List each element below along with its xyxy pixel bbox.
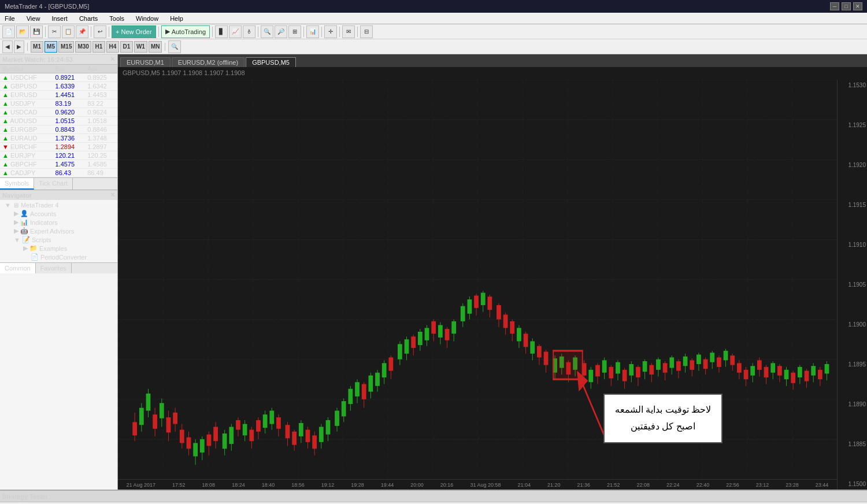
period-m1[interactable]: M1 <box>31 41 43 53</box>
search-icon[interactable]: 🔍 <box>168 40 181 53</box>
new-order-button[interactable]: + New Order <box>112 25 156 38</box>
menu-charts[interactable]: Charts <box>77 14 100 23</box>
zoom-in-button[interactable]: 🔍 <box>261 25 273 38</box>
minimize-button[interactable]: ─ <box>830 2 839 10</box>
direction-icon: ▼ <box>2 143 9 150</box>
period-h4[interactable]: H4 <box>106 41 119 53</box>
navigator: Navigator ✕ ▼ 🖥 MetaTrader 4 ▶ 👤 Account… <box>0 190 117 490</box>
mw-tab-symbols[interactable]: Symbols <box>0 178 34 190</box>
market-watch-row[interactable]: ▲ EURUSD 1.4451 1.4453 <box>0 91 117 99</box>
svg-rect-56 <box>286 425 290 438</box>
svg-rect-76 <box>355 382 360 396</box>
bar-chart-button[interactable]: ▊ <box>215 25 228 38</box>
chart-canvas: GBPUSD,M5 1.1907 1.1908 1.1907 1.1908 <box>118 67 867 490</box>
new-button[interactable]: 📄 <box>2 25 15 38</box>
nav-expert-advisors[interactable]: ▶ 🤖 Expert Advisors <box>9 227 117 235</box>
email-button[interactable]: ✉ <box>342 25 355 38</box>
maximize-button[interactable]: □ <box>842 2 851 10</box>
period-mn[interactable]: MN <box>149 41 162 53</box>
nav-close-icon[interactable]: ✕ <box>110 191 115 199</box>
mw-bid: 1.2894 <box>53 143 86 151</box>
svg-rect-144 <box>595 365 600 377</box>
nav-scripts-label: Scripts <box>32 236 51 243</box>
nav-period-converter[interactable]: 📄 PeriodConverter <box>18 253 117 261</box>
nav-back[interactable]: ◀ <box>2 40 13 53</box>
market-watch-row[interactable]: ▲ CADJPY 86.43 86.49 <box>0 169 117 177</box>
market-watch-row[interactable]: ▲ GBPUSD 1.6339 1.6342 <box>0 82 117 91</box>
terminal-button[interactable]: ⊟ <box>360 25 373 38</box>
copy-button[interactable]: 📋 <box>62 25 75 38</box>
market-watch-row[interactable]: ▲ EURJPY 120.21 120.25 <box>0 151 117 160</box>
nav-scripts-children: ▶ 📁 Examples 📄 PeriodConverter <box>9 244 117 261</box>
market-watch-row[interactable]: ▲ USDJPY 83.19 83.22 <box>0 99 117 108</box>
titlebar: MetaTrader 4 - [GBPUSD,M5] ─ □ ✕ <box>0 0 867 13</box>
svg-rect-64 <box>312 435 317 449</box>
period-m5[interactable]: M5 <box>45 41 57 53</box>
market-watch-row[interactable]: ▲ EURAUD 1.3736 1.3748 <box>0 134 117 143</box>
col-symbol: Symbol <box>0 65 53 73</box>
nav-tab-common[interactable]: Common <box>0 263 36 273</box>
period-h1[interactable]: H1 <box>92 41 105 53</box>
y-label-4: 1.1915 <box>839 202 866 208</box>
mw-tab-tick[interactable]: Tick Chart <box>34 178 73 190</box>
market-watch-row[interactable]: ▼ EURCHF 1.2894 1.2897 <box>0 143 117 151</box>
menu-help[interactable]: Help <box>168 14 186 23</box>
menu-file[interactable]: File <box>2 14 17 23</box>
svg-rect-20 <box>160 403 164 418</box>
nav-root[interactable]: ▼ 🖥 MetaTrader 4 <box>0 201 117 209</box>
svg-rect-162 <box>656 360 661 370</box>
svg-rect-60 <box>299 423 303 436</box>
nav-examples[interactable]: ▶ 📁 Examples <box>18 244 117 253</box>
svg-rect-122 <box>517 328 521 341</box>
market-watch-row[interactable]: ▲ GBPCHF 1.4575 1.4585 <box>0 160 117 169</box>
save-button[interactable]: 💾 <box>30 25 43 38</box>
left-panel: Market Watch: 16:24:53 ✕ Symbol Bid Ask … <box>0 54 118 490</box>
mw-bid: 1.4575 <box>53 160 86 169</box>
svg-rect-92 <box>411 336 416 348</box>
menu-view[interactable]: View <box>24 14 43 23</box>
nav-scripts-expand-icon: ▼ <box>14 236 20 243</box>
zoom-out-button[interactable]: 🔎 <box>275 25 287 38</box>
autotrading-label: AutoTrading <box>172 28 206 35</box>
grid-button[interactable]: ⊞ <box>288 25 301 38</box>
candle-chart-button[interactable]: 🕯 <box>243 25 255 38</box>
menu-tools[interactable]: Tools <box>107 14 127 23</box>
line-chart-button[interactable]: 📈 <box>229 25 242 38</box>
period-d1[interactable]: D1 <box>120 41 133 53</box>
market-watch-row[interactable]: ▲ AUDUSD 1.0515 1.0518 <box>0 117 117 125</box>
crosshair-button[interactable]: ✛ <box>324 25 337 38</box>
period-m30[interactable]: M30 <box>75 41 91 53</box>
direction-icon: ▲ <box>2 74 9 81</box>
market-watch-row[interactable]: ▲ EURGBP 0.8843 0.8846 <box>0 125 117 134</box>
cut-button[interactable]: ✂ <box>48 25 61 38</box>
nav-tab-favorites[interactable]: Favorites <box>36 263 72 273</box>
paste-button[interactable]: 📌 <box>76 25 88 38</box>
menu-insert[interactable]: Insert <box>49 14 70 23</box>
market-watch-row[interactable]: ▲ USDCHF 0.8921 0.8925 <box>0 73 117 82</box>
chart-tab-gbpusd-m5[interactable]: GBPUSD,M5 <box>246 57 296 67</box>
menu-window[interactable]: Window <box>134 14 161 23</box>
mw-close-icon[interactable]: ✕ <box>110 55 115 63</box>
nav-fwd[interactable]: ▶ <box>14 40 24 53</box>
svg-rect-104 <box>451 321 456 333</box>
indicators-button[interactable]: 📊 <box>306 25 319 38</box>
nav-examples-expand-icon: ▶ <box>23 244 28 252</box>
chart-tab-eurusd-m2[interactable]: EURUSD,M2 (offline) <box>172 57 244 67</box>
period-m15[interactable]: M15 <box>58 41 74 53</box>
x-label-20: 22:56 <box>726 482 739 488</box>
market-watch-row[interactable]: ▲ USDCAD 0.9620 0.9624 <box>0 108 117 117</box>
undo-button[interactable]: ↩ <box>94 25 106 38</box>
y-label-2: 1.1925 <box>839 122 866 128</box>
period-w1[interactable]: W1 <box>134 41 147 53</box>
nav-indicators[interactable]: ▶ 📊 Indicators <box>9 218 117 227</box>
svg-rect-14 <box>139 408 144 425</box>
nav-accounts[interactable]: ▶ 👤 Accounts <box>9 209 117 218</box>
svg-rect-126 <box>530 341 535 353</box>
open-button[interactable]: 📂 <box>16 25 29 38</box>
close-button[interactable]: ✕ <box>853 2 862 10</box>
autotrading-button[interactable]: ▶ AutoTrading <box>161 25 210 38</box>
chart-tab-eurusd-m1[interactable]: EURUSD,M1 <box>120 57 171 67</box>
direction-icon: ▲ <box>2 169 9 176</box>
mw-symbol: ▲ AUDUSD <box>0 117 53 125</box>
nav-scripts[interactable]: ▼ 📝 Scripts <box>9 235 117 244</box>
